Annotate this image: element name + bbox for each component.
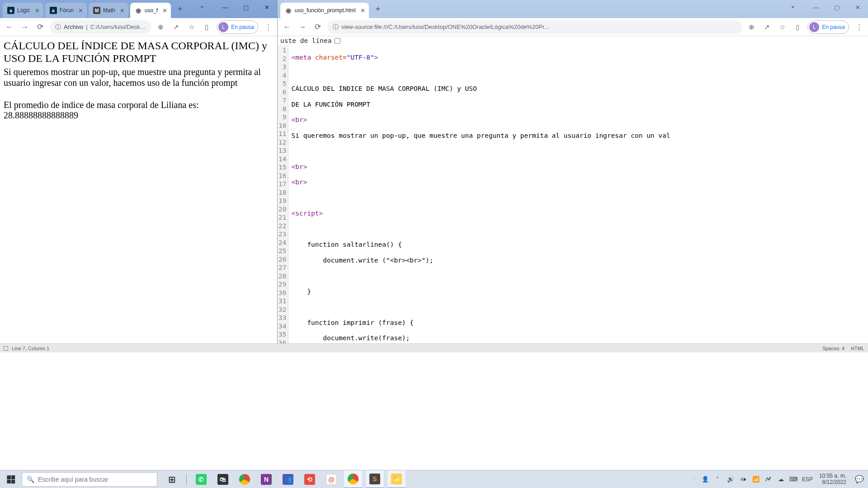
teams-icon[interactable]: 👥 — [279, 470, 297, 488]
search-placeholder: Escribe aquí para buscar — [38, 476, 108, 483]
store-icon[interactable]: 🛍 — [214, 470, 232, 488]
app-icon-red[interactable]: ⟲ — [301, 470, 319, 488]
app-icon-q[interactable]: @ — [322, 470, 340, 488]
globe-icon: ◉ — [135, 7, 142, 14]
page-result: El promedio de indice de masa corporal d… — [4, 100, 274, 121]
bookmark-icon[interactable]: ☆ — [777, 22, 788, 33]
window-controls: — ▢ ✕ — [215, 0, 277, 14]
tab-view-source[interactable]: ◉ uso_función_prompt.html ✕ — [280, 3, 369, 18]
onedrive-icon[interactable]: ☁ — [777, 476, 786, 483]
status-square-icon — [4, 346, 8, 351]
sublime-icon[interactable]: S — [366, 470, 384, 488]
share-icon[interactable]: ↗ — [761, 22, 772, 33]
back-button[interactable]: ← — [4, 21, 15, 33]
explorer-icon[interactable]: 📁 — [387, 470, 406, 488]
browser-window-right: ◉ uso_función_prompt.html ✕ + ⌄ — ▢ ✕ ← … — [278, 0, 868, 352]
zoom-icon[interactable]: ⊕ — [746, 22, 757, 33]
tab-forum[interactable]: a Fórun ✕ — [45, 3, 87, 18]
windows-icon — [7, 475, 15, 483]
info-icon: ⓘ — [333, 23, 339, 31]
separator: | — [86, 23, 87, 30]
address-bar[interactable]: ⓘ view-source:file:///C:/Users/luisi/Des… — [327, 20, 742, 34]
new-tab-button[interactable]: + — [174, 3, 186, 15]
reload-button[interactable]: ⟳ — [312, 21, 324, 33]
forward-button[interactable]: → — [297, 21, 308, 33]
reload-button[interactable]: ⟳ — [34, 21, 46, 33]
menu-button[interactable]: ⋮ — [854, 22, 864, 33]
back-button[interactable]: ← — [281, 21, 293, 33]
start-button[interactable] — [0, 470, 22, 488]
clock[interactable]: 10:55 a. m. 8/12/2022 — [816, 473, 849, 485]
address-row: ← → ⟳ ⓘ Archivo | C:/Users/luisi/Desktop… — [0, 18, 277, 36]
maximize-button[interactable]: ▢ — [826, 0, 847, 14]
addr-label: Archivo — [64, 23, 83, 30]
minimize-button[interactable]: — — [215, 0, 236, 14]
battery-icon[interactable]: 🗲 — [764, 476, 773, 483]
minimize-button[interactable]: — — [806, 0, 826, 14]
source-view[interactable]: 1234567891011121314151617181920212223242… — [278, 45, 868, 352]
page-title: CÁLCULO DEL ÍNDICE DE MASA CORPORAL (IMC… — [4, 40, 274, 65]
share-icon[interactable]: ↗ — [170, 22, 181, 33]
close-icon[interactable]: ✕ — [78, 7, 83, 14]
address-right: ⊕ ↗ ☆ ▯ L En pausa ⋮ — [746, 20, 864, 34]
tab-label: Lógic — [17, 7, 30, 14]
chevron-down-icon[interactable]: ⌄ — [790, 2, 796, 9]
avatar: L — [218, 22, 228, 32]
time: 10:55 a. m. — [819, 473, 846, 479]
language-indicator[interactable]: ESP — [802, 476, 813, 483]
tabs-row: ◉ uso_función_prompt.html ✕ + ⌄ — ▢ ✕ — [278, 0, 868, 18]
close-icon[interactable]: ✕ — [162, 7, 167, 14]
close-icon[interactable]: ✕ — [360, 7, 365, 14]
help-icon[interactable]: ❔ — [688, 476, 697, 483]
alura-icon: a — [7, 7, 14, 14]
close-window-button[interactable]: ✕ — [256, 0, 277, 14]
keyboard-icon[interactable]: ⌨ — [789, 476, 798, 483]
syntax-setting[interactable]: HTML — [851, 346, 864, 351]
date: 8/12/2022 — [819, 479, 846, 485]
chevron-down-icon[interactable]: ⌄ — [199, 2, 205, 9]
chrome-icon[interactable] — [236, 470, 254, 488]
alura-icon: a — [50, 7, 57, 14]
addr-url: view-source:file:///C:/Users/luisi/Deskt… — [341, 23, 549, 30]
whatsapp-icon[interactable]: ✆ — [192, 470, 210, 488]
network-icon[interactable]: 🕪 — [739, 476, 748, 483]
info-icon: ⓘ — [55, 23, 61, 31]
search-icon: 🔍 — [27, 476, 34, 483]
profile-status: En pausa — [231, 24, 254, 30]
menu-button[interactable]: ⋮ — [263, 22, 274, 33]
close-icon[interactable]: ✕ — [120, 7, 125, 14]
linewrap-checkbox[interactable] — [335, 38, 340, 44]
close-icon[interactable]: ✕ — [35, 7, 40, 14]
page-para: Si queremos mostrar un pop-up, que muest… — [4, 66, 274, 88]
taskbar-search[interactable]: 🔍 Escribe aquí para buscar — [22, 472, 157, 487]
line-wrap-toggle: uste de línea — [278, 36, 868, 45]
chrome-active-icon[interactable] — [344, 470, 362, 488]
forward-button[interactable]: → — [19, 21, 31, 33]
indent-setting[interactable]: Spaces: 4 — [822, 346, 844, 351]
sidepanel-icon[interactable]: ▯ — [201, 22, 212, 33]
address-bar[interactable]: ⓘ Archivo | C:/Users/luisi/Desktop/O... — [50, 20, 151, 34]
tab-logic[interactable]: a Lógic ✕ — [3, 3, 43, 18]
tab-uso[interactable]: ◉ uso_f ✕ — [130, 3, 171, 18]
people-icon[interactable]: 👤 — [701, 476, 710, 483]
address-right: ⊕ ↗ ☆ ▯ L En pausa ⋮ — [155, 20, 274, 34]
linewrap-label: uste de línea — [280, 37, 332, 44]
tab-math[interactable]: M Math ✕ — [89, 3, 128, 18]
chevron-up-icon[interactable]: ˄ — [713, 476, 722, 483]
wifi-icon[interactable]: 📶 — [751, 476, 760, 483]
profile-pill[interactable]: L En pausa — [807, 20, 849, 34]
close-window-button[interactable]: ✕ — [847, 0, 868, 14]
onenote-icon[interactable]: N — [257, 470, 275, 488]
volume-icon[interactable]: 🔊 — [726, 476, 735, 483]
cursor-position: Line 7, Column 1 — [12, 346, 49, 351]
sidepanel-icon[interactable]: ▯ — [792, 22, 803, 33]
maximize-button[interactable]: ▢ — [236, 0, 256, 14]
notifications-button[interactable]: 💬 — [853, 475, 866, 483]
new-tab-button[interactable]: + — [372, 3, 384, 15]
task-view-button[interactable]: ⊞ — [163, 470, 181, 488]
zoom-icon[interactable]: ⊕ — [155, 22, 166, 33]
address-row: ← → ⟳ ⓘ view-source:file:///C:/Users/lui… — [278, 18, 868, 36]
profile-pill[interactable]: L En pausa — [217, 20, 258, 34]
globe-icon: ◉ — [285, 7, 292, 14]
bookmark-icon[interactable]: ☆ — [186, 22, 197, 33]
